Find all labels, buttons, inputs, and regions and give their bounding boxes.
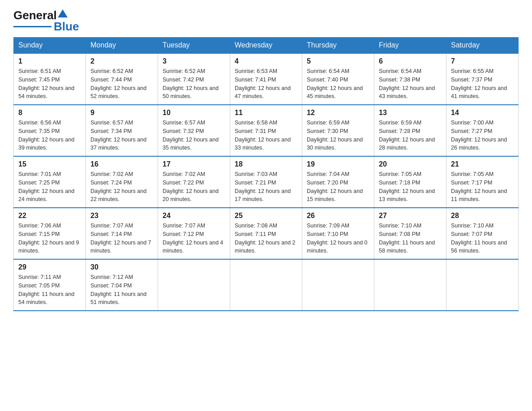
day-info: Sunrise: 6:56 AMSunset: 7:35 PMDaylight:… <box>18 119 81 152</box>
day-info: Sunrise: 7:05 AMSunset: 7:17 PMDaylight:… <box>451 170 514 204</box>
calendar-cell <box>230 259 302 311</box>
day-number: 8 <box>18 109 81 117</box>
calendar-cell: 25Sunrise: 7:08 AMSunset: 7:11 PMDayligh… <box>230 208 302 259</box>
day-number: 5 <box>307 57 369 65</box>
calendar-cell: 20Sunrise: 7:05 AMSunset: 7:18 PMDayligh… <box>374 156 446 208</box>
day-info: Sunrise: 6:59 AMSunset: 7:30 PMDaylight:… <box>307 119 369 152</box>
calendar-cell: 24Sunrise: 7:07 AMSunset: 7:12 PMDayligh… <box>158 208 230 259</box>
day-number: 14 <box>451 109 514 117</box>
calendar-cell: 29Sunrise: 7:11 AMSunset: 7:05 PMDayligh… <box>14 259 86 311</box>
day-info: Sunrise: 7:08 AMSunset: 7:11 PMDaylight:… <box>235 222 297 255</box>
day-info: Sunrise: 6:58 AMSunset: 7:31 PMDaylight:… <box>235 119 297 152</box>
calendar-cell: 12Sunrise: 6:59 AMSunset: 7:30 PMDayligh… <box>302 105 374 156</box>
calendar-cell: 14Sunrise: 7:00 AMSunset: 7:27 PMDayligh… <box>446 105 519 156</box>
week-row-4: 22Sunrise: 7:06 AMSunset: 7:15 PMDayligh… <box>14 208 519 259</box>
day-info: Sunrise: 7:07 AMSunset: 7:14 PMDaylight:… <box>90 222 153 255</box>
day-number: 19 <box>307 160 369 168</box>
calendar-cell: 21Sunrise: 7:05 AMSunset: 7:17 PMDayligh… <box>446 156 519 208</box>
day-number: 10 <box>163 109 225 117</box>
week-row-1: 1Sunrise: 6:51 AMSunset: 7:45 PMDaylight… <box>14 53 519 105</box>
calendar-cell: 26Sunrise: 7:09 AMSunset: 7:10 PMDayligh… <box>302 208 374 259</box>
day-number: 2 <box>90 57 153 65</box>
svg-marker-0 <box>58 9 68 17</box>
logo: General Blue <box>13 9 79 33</box>
day-number: 11 <box>235 109 297 117</box>
day-number: 16 <box>90 160 153 168</box>
day-number: 4 <box>235 57 297 65</box>
day-info: Sunrise: 7:12 AMSunset: 7:04 PMDaylight:… <box>90 273 153 307</box>
day-number: 22 <box>18 212 81 220</box>
day-number: 25 <box>235 212 297 220</box>
day-number: 28 <box>451 212 514 220</box>
day-number: 24 <box>163 212 225 220</box>
calendar-table: SundayMondayTuesdayWednesdayThursdayFrid… <box>13 37 519 311</box>
calendar-cell: 7Sunrise: 6:55 AMSunset: 7:37 PMDaylight… <box>446 53 519 105</box>
day-info: Sunrise: 6:55 AMSunset: 7:37 PMDaylight:… <box>451 67 514 101</box>
calendar-cell: 19Sunrise: 7:04 AMSunset: 7:20 PMDayligh… <box>302 156 374 208</box>
day-info: Sunrise: 6:53 AMSunset: 7:41 PMDaylight:… <box>235 67 297 101</box>
calendar-cell: 2Sunrise: 6:52 AMSunset: 7:44 PMDaylight… <box>86 53 158 105</box>
day-number: 13 <box>379 109 442 117</box>
day-info: Sunrise: 7:03 AMSunset: 7:21 PMDaylight:… <box>235 170 297 204</box>
weekday-header-wednesday: Wednesday <box>230 38 302 54</box>
day-info: Sunrise: 7:09 AMSunset: 7:10 PMDaylight:… <box>307 222 369 255</box>
calendar-cell: 4Sunrise: 6:53 AMSunset: 7:41 PMDaylight… <box>230 53 302 105</box>
day-number: 1 <box>18 57 81 65</box>
weekday-header-thursday: Thursday <box>302 38 374 54</box>
day-number: 15 <box>18 160 81 168</box>
day-info: Sunrise: 6:59 AMSunset: 7:28 PMDaylight:… <box>379 119 442 152</box>
calendar-cell: 30Sunrise: 7:12 AMSunset: 7:04 PMDayligh… <box>86 259 158 311</box>
calendar-cell: 27Sunrise: 7:10 AMSunset: 7:08 PMDayligh… <box>374 208 446 259</box>
page-header: General Blue <box>13 9 519 33</box>
weekday-header-row: SundayMondayTuesdayWednesdayThursdayFrid… <box>14 38 519 54</box>
day-info: Sunrise: 7:04 AMSunset: 7:20 PMDaylight:… <box>307 170 369 204</box>
day-number: 18 <box>235 160 297 168</box>
calendar-cell <box>158 259 230 311</box>
logo-triangle-icon <box>58 9 68 17</box>
calendar-cell: 1Sunrise: 6:51 AMSunset: 7:45 PMDaylight… <box>14 53 86 105</box>
calendar-cell: 11Sunrise: 6:58 AMSunset: 7:31 PMDayligh… <box>230 105 302 156</box>
calendar-cell: 8Sunrise: 6:56 AMSunset: 7:35 PMDaylight… <box>14 105 86 156</box>
weekday-header-friday: Friday <box>374 38 446 54</box>
calendar-cell: 13Sunrise: 6:59 AMSunset: 7:28 PMDayligh… <box>374 105 446 156</box>
logo-line <box>13 26 51 27</box>
day-number: 12 <box>307 109 369 117</box>
day-info: Sunrise: 7:10 AMSunset: 7:08 PMDaylight:… <box>379 222 442 255</box>
day-info: Sunrise: 7:00 AMSunset: 7:27 PMDaylight:… <box>451 119 514 152</box>
calendar-cell <box>374 259 446 311</box>
week-row-5: 29Sunrise: 7:11 AMSunset: 7:05 PMDayligh… <box>14 259 519 311</box>
day-info: Sunrise: 7:07 AMSunset: 7:12 PMDaylight:… <box>163 222 225 255</box>
day-info: Sunrise: 7:06 AMSunset: 7:15 PMDaylight:… <box>18 222 81 255</box>
weekday-header-tuesday: Tuesday <box>158 38 230 54</box>
day-number: 26 <box>307 212 369 220</box>
calendar-cell: 3Sunrise: 6:52 AMSunset: 7:42 PMDaylight… <box>158 53 230 105</box>
day-number: 21 <box>451 160 514 168</box>
day-info: Sunrise: 6:54 AMSunset: 7:38 PMDaylight:… <box>379 67 442 101</box>
calendar-cell: 22Sunrise: 7:06 AMSunset: 7:15 PMDayligh… <box>14 208 86 259</box>
day-number: 9 <box>90 109 153 117</box>
calendar-cell: 23Sunrise: 7:07 AMSunset: 7:14 PMDayligh… <box>86 208 158 259</box>
logo-blue: Blue <box>54 20 79 33</box>
day-number: 20 <box>379 160 442 168</box>
calendar-cell <box>302 259 374 311</box>
day-info: Sunrise: 6:57 AMSunset: 7:32 PMDaylight:… <box>163 119 225 152</box>
day-info: Sunrise: 7:02 AMSunset: 7:24 PMDaylight:… <box>90 170 153 204</box>
week-row-2: 8Sunrise: 6:56 AMSunset: 7:35 PMDaylight… <box>14 105 519 156</box>
calendar-cell: 18Sunrise: 7:03 AMSunset: 7:21 PMDayligh… <box>230 156 302 208</box>
day-info: Sunrise: 7:11 AMSunset: 7:05 PMDaylight:… <box>18 273 81 307</box>
calendar-cell: 15Sunrise: 7:01 AMSunset: 7:25 PMDayligh… <box>14 156 86 208</box>
day-number: 29 <box>18 263 81 271</box>
day-info: Sunrise: 6:52 AMSunset: 7:44 PMDaylight:… <box>90 67 153 101</box>
calendar-cell: 10Sunrise: 6:57 AMSunset: 7:32 PMDayligh… <box>158 105 230 156</box>
day-info: Sunrise: 6:52 AMSunset: 7:42 PMDaylight:… <box>163 67 225 101</box>
day-number: 3 <box>163 57 225 65</box>
day-info: Sunrise: 6:54 AMSunset: 7:40 PMDaylight:… <box>307 67 369 101</box>
weekday-header-monday: Monday <box>86 38 158 54</box>
calendar-cell <box>446 259 519 311</box>
day-number: 27 <box>379 212 442 220</box>
day-info: Sunrise: 7:10 AMSunset: 7:07 PMDaylight:… <box>451 222 514 255</box>
day-info: Sunrise: 7:05 AMSunset: 7:18 PMDaylight:… <box>379 170 442 204</box>
day-info: Sunrise: 7:02 AMSunset: 7:22 PMDaylight:… <box>163 170 225 204</box>
day-number: 7 <box>451 57 514 65</box>
calendar-cell: 9Sunrise: 6:57 AMSunset: 7:34 PMDaylight… <box>86 105 158 156</box>
